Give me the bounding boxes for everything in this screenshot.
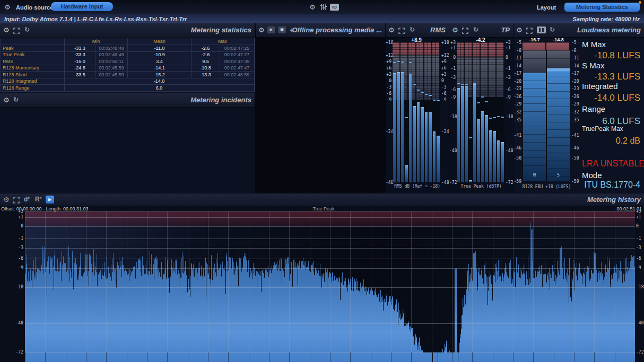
expand-icon[interactable]	[462, 27, 468, 34]
add-media-icon[interactable]: +	[290, 27, 294, 34]
peak-hold-tick	[413, 84, 416, 85]
reset-counter-icon[interactable]: Rc	[35, 196, 42, 204]
refresh-icon[interactable]: ↻	[13, 96, 19, 104]
tp-header: TP ⚙↻	[449, 23, 513, 38]
scale-label: -35	[571, 118, 579, 122]
gear-icon[interactable]: ⚙	[452, 26, 458, 34]
expand-icon[interactable]	[13, 27, 20, 34]
scale-label: -1	[636, 236, 644, 241]
gear-icon[interactable]: ⚙	[3, 96, 10, 104]
table-cell: -33.3	[65, 52, 95, 58]
scale-label: -6	[441, 91, 449, 96]
channel-bar-Rs	[413, 106, 416, 182]
refresh-icon[interactable]: ↻	[410, 26, 415, 34]
table-cell: R128 Range	[1, 85, 65, 91]
refresh-icon[interactable]: ↻	[473, 26, 478, 34]
loudness-channel-label: M	[523, 173, 546, 178]
meter-red-zone	[457, 42, 504, 57]
pause-icon[interactable]	[537, 27, 546, 33]
channel-bar-Lss	[481, 111, 484, 182]
table-cell: RMS	[1, 58, 65, 65]
history-plot[interactable]: 00:02:2000:02:2100:02:2200:02:2300:02:24…	[25, 211, 635, 362]
pause-bar	[539, 28, 541, 32]
scale-label: -3	[636, 245, 644, 250]
io-routing-icon[interactable]: IO	[330, 4, 339, 11]
peak-hold-tick	[461, 84, 464, 85]
meter-red-zone	[393, 42, 440, 55]
gear-icon[interactable]: ⚙	[3, 196, 10, 204]
tp-title: TP	[501, 26, 510, 34]
scale-label: -6	[506, 87, 514, 92]
metering-statistics-title: Metering statistics	[191, 26, 251, 34]
expand-icon[interactable]	[13, 196, 20, 204]
record-indicator-dot	[639, 1, 641, 4]
gear-icon[interactable]: ⚙	[4, 3, 11, 11]
readout-label: Range	[582, 104, 605, 113]
readout-label: M Max	[582, 40, 606, 49]
peak-hold-tick	[457, 83, 460, 84]
scale-label: -59	[514, 179, 521, 184]
table-cell: 00:02:47:35	[220, 58, 254, 65]
metering-statistics-button[interactable]: Metering Statistics	[564, 3, 640, 12]
scale-label: -5	[514, 40, 521, 45]
readout-value: -13.3 LUFS	[594, 72, 640, 82]
scale-label: -29	[571, 102, 579, 107]
scale-label: -17	[571, 71, 579, 76]
table-row: R128 Integrated-14.0	[1, 78, 254, 85]
scale-label: +3	[386, 72, 391, 77]
peak-hold-tick	[405, 117, 408, 118]
lra-status-label: LRA UNSTABLE	[582, 159, 644, 169]
table-cell: R128 Integrated	[1, 78, 65, 85]
expand-icon[interactable]	[526, 27, 533, 34]
table-cell: 3.4	[128, 58, 192, 65]
scale-label: -50	[514, 156, 521, 161]
duration-counter-icon[interactable]: dc	[24, 196, 30, 204]
gear-icon[interactable]: ⚙	[516, 26, 523, 34]
scale-label: -9	[636, 266, 644, 270]
scale-label: -72	[506, 180, 514, 185]
table-cell: -2.6	[192, 52, 220, 58]
loudness-gray-zone	[523, 50, 546, 73]
gear-icon[interactable]: ⚙	[3, 26, 10, 34]
stop-icon[interactable]: ■	[278, 27, 286, 33]
mode-label: Mode	[582, 171, 602, 180]
audio-source-label: Audio source	[16, 4, 53, 11]
gear-icon[interactable]: ⚙	[309, 3, 316, 11]
history-header: Metering history ⚙dcRc▶	[0, 193, 644, 206]
loudness-bar-M	[523, 73, 546, 181]
scale-label: +12	[386, 53, 391, 58]
scale-label: -59	[571, 179, 579, 184]
loudness-metering-panel: Loudness metering ⚙↻ -16.7 -14.8 R128 EB…	[514, 23, 644, 193]
readout-label: S Max	[582, 61, 605, 70]
peak-hold-tick	[477, 102, 480, 103]
channel-bar-C	[401, 72, 404, 182]
column-header: Min	[65, 38, 128, 45]
pause-bar	[542, 28, 544, 32]
channel-config-icon[interactable]	[320, 3, 327, 11]
scale-label: -17	[514, 71, 521, 76]
refresh-icon[interactable]: ↻	[550, 26, 555, 34]
hardware-input-button[interactable]: Hardware input	[51, 2, 113, 11]
scale-label: -3	[506, 75, 514, 80]
meter-body	[457, 42, 504, 182]
readout-value: -14.0 LUFS	[594, 93, 640, 103]
scale-label: -5	[571, 40, 579, 45]
channel-bar-Rss	[485, 115, 488, 182]
offline-processing-title: Offline processing media ...	[292, 26, 382, 34]
mode-value: ITU BS.1770-4	[584, 180, 640, 190]
column-header: Mean	[128, 38, 192, 45]
loudness-header: Loudness metering ⚙↻	[514, 23, 644, 38]
expand-icon[interactable]	[398, 27, 405, 34]
channel-bar-L	[393, 73, 396, 182]
table-header-row: MinMeanMax	[1, 38, 254, 45]
gear-icon[interactable]: ⚙	[388, 26, 395, 34]
table-cell: 00:02:45:59	[95, 65, 128, 72]
table-cell: 00:02:47:25	[220, 45, 254, 51]
refresh-icon[interactable]: ↻	[24, 26, 30, 34]
scale-label: -48	[386, 180, 391, 185]
play-icon[interactable]: ▶	[267, 27, 275, 33]
scale-label: -29	[514, 102, 521, 107]
play-history-icon[interactable]: ▶	[46, 196, 54, 204]
gear-icon[interactable]: ⚙	[258, 26, 265, 34]
table-cell: 00:02:48:48	[95, 52, 128, 58]
